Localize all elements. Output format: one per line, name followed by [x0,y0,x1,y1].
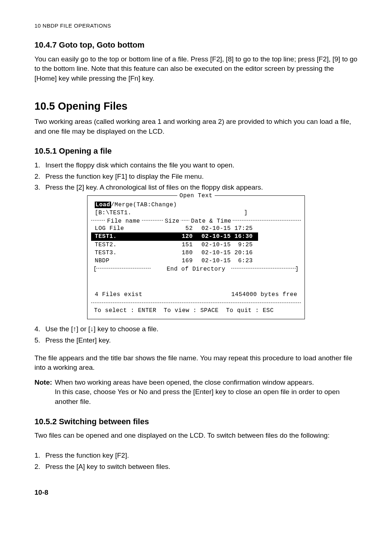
step-3: 3.Press the [2] key. A chronological lis… [34,183,358,193]
terminal-status-line: 4 Files exist 1454000 bytes free [91,291,301,299]
section-1051-title: 10.5.1 Opening a file [34,146,358,157]
col-size: Size [163,217,181,224]
step-5: 5.Press the [Enter] key. [34,336,358,345]
terminal-file-row: TEST1.12002-10-15 16:30 [91,232,301,240]
terminal-header-row: File name Size Date & Time [91,217,301,224]
step-1-text: Insert the floppy disk which contains th… [45,161,234,169]
step-1052-2-text: Press the [A] key to switch between file… [45,463,170,470]
section-1051-after-para: The file appears and the title bar shows… [34,353,358,373]
section-1047-para: You can easily go to the top or bottom l… [34,54,358,84]
terminal-bytes-free: 1454000 bytes free [231,291,297,299]
terminal-file-row: LOG File5202-10-15 17:25 [91,224,301,232]
terminal-footer-divider [91,300,301,306]
step-3-text: Press the [2] key. A chronological list … [45,183,263,191]
terminal-footer-help: To select : ENTER To view : SPACE To qui… [91,307,301,315]
terminal-file-rows: LOG File5202-10-15 17:25 TEST1.12002-10-… [91,224,301,265]
step-4: 4.Use the [↑] or [↓] key to choose a fil… [34,324,358,334]
section-1052-para: Two files can be opened and one displaye… [34,431,358,441]
step-2-text: Press the function key [F1] to display t… [45,173,204,180]
col-date-time: Date & Time [189,217,233,224]
section-1052-title: 10.5.2 Switching between files [34,416,358,428]
terminal-files-exist: 4 Files exist [95,291,142,299]
section-1047-title: 10.4.7 Goto top, Goto bottom [34,40,358,51]
section-1051-note: Note: When two working areas have been o… [34,378,358,407]
step-1052-1: 1.Press the function key [F2]. [34,451,358,461]
step-1: 1.Insert the floppy disk which contains … [34,161,358,170]
section-105-title: 10.5 Opening Files [34,99,358,114]
step-4-text: Use the [↑] or [↓] key to choose a file. [45,325,159,333]
section-1051-steps: 1.Insert the floppy disk which contains … [34,161,358,193]
terminal-open-text: Open Text Load/Merge(TAB:Change) [B:\TES… [87,195,305,320]
col-file-name: File name [106,217,142,224]
terminal-title: Open Text [177,192,215,200]
terminal-file-row: NBDP16902-10-15 6:23 [91,257,301,265]
note-text-line2: In this case, choose Yes or No and press… [55,388,340,405]
step-2: 2.Press the function key [F1] to display… [34,172,358,182]
terminal-mode-line: Load/Merge(TAB:Change) [91,201,301,209]
terminal-merge-label: /Merge(TAB:Change) [111,202,177,208]
page-number: 10-8 [34,488,358,498]
step-1052-2: 2.Press the [A] key to switch between fi… [34,462,358,472]
note-text-line1: When two working areas have been opened,… [55,378,314,386]
terminal-file-row: TEST2.15102-10-15 9:25 [91,241,301,249]
terminal-load-label: Load [95,202,111,208]
section-105-para: Two working areas (called working area 1… [34,117,358,136]
note-label: Note: [34,378,52,388]
terminal-end-of-directory: [ End of Directory ] [91,265,301,272]
page-header: 10 NBDP FILE OPERATIONS [34,22,358,29]
step-5-text: Press the [Enter] key. [45,336,111,344]
section-1051-steps-cont: 4.Use the [↑] or [↓] key to choose a fil… [34,324,358,345]
step-1052-1-text: Press the function key [F2]. [45,451,129,459]
terminal-path-line: [B:\TEST1.] [91,209,301,217]
section-1052-steps: 1.Press the function key [F2]. 2.Press t… [34,451,358,471]
terminal-file-row: TEST3.18002-10-15 20:16 [91,249,301,257]
